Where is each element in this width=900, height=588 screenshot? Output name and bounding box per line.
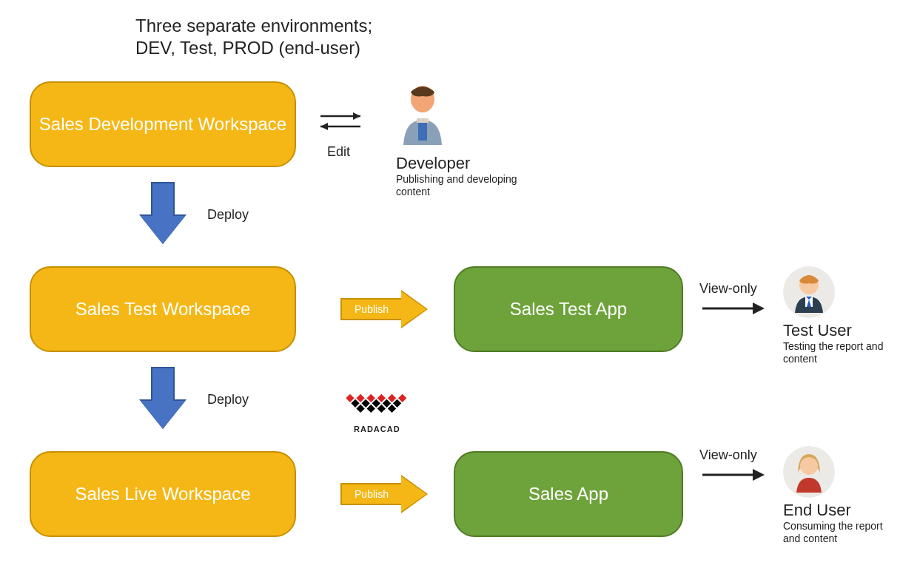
edit-label: Edit [327,144,350,160]
developer-block: Developer Publishing and developing cont… [396,81,522,198]
box-live-workspace: Sales Live Workspace [30,451,296,537]
deploy-label-2: Deploy [207,392,249,408]
deploy-arrow-2-icon [141,367,185,430]
viewonly-label-2: View-only [699,447,757,463]
testuser-avatar-icon [783,266,835,318]
enduser-title: End User [783,501,894,520]
heading-line-1: Three separate environments; [135,15,372,37]
publish-arrow-2-icon: Publish [340,476,429,512]
svg-rect-6 [417,118,429,123]
box-test-workspace-label: Sales Test Workspace [75,299,251,320]
svg-marker-8 [753,303,765,314]
svg-point-15 [800,457,818,475]
heading-line-2: DEV, Test, PROD (end-user) [135,37,372,59]
box-dev-workspace-label: Sales Development Workspace [39,114,286,135]
svg-marker-1 [353,112,360,120]
edit-bidirectional-arrow-icon [315,107,366,140]
testuser-block: Test User Testing the report and content [783,266,894,365]
box-sales-app: Sales App [454,451,683,537]
developer-avatar-icon [396,81,522,151]
box-sales-app-label: Sales App [528,484,608,505]
enduser-avatar-icon [783,446,835,498]
svg-rect-5 [418,120,427,141]
deploy-label-1: Deploy [207,207,249,223]
testuser-sub: Testing the report and content [783,340,894,365]
developer-title: Developer [396,154,522,173]
publish-label-1: Publish [355,303,389,315]
viewonly-arrow-2-icon [699,466,766,484]
diagram-heading: Three separate environments; DEV, Test, … [135,15,372,59]
deploy-arrow-1-icon [141,182,185,246]
box-test-app: Sales Test App [454,266,683,352]
svg-marker-14 [753,469,765,481]
radacad-logo-icon: RADACAD [354,370,400,433]
viewonly-label-1: View-only [699,281,757,297]
box-dev-workspace: Sales Development Workspace [30,81,296,167]
testuser-title: Test User [783,321,894,340]
developer-sub: Publishing and developing content [396,173,522,198]
box-test-app-label: Sales Test App [510,299,627,320]
publish-arrow-1-icon: Publish [340,291,429,327]
box-test-workspace: Sales Test Workspace [30,266,296,352]
publish-label-2: Publish [355,488,389,500]
svg-marker-3 [320,123,328,130]
enduser-block: End User Consuming the report and conten… [783,446,894,545]
enduser-sub: Consuming the report and content [783,520,894,545]
viewonly-arrow-1-icon [699,300,766,317]
box-live-workspace-label: Sales Live Workspace [75,484,251,505]
